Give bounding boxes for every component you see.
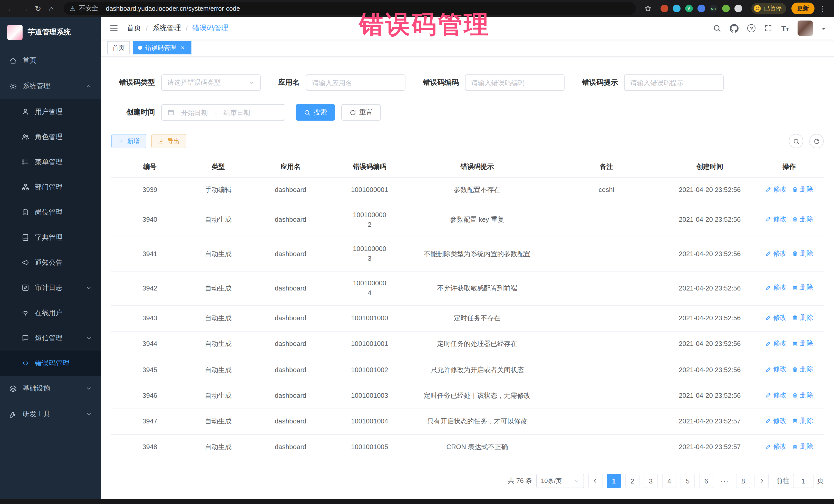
ext-green-leaf-icon[interactable] xyxy=(722,5,729,12)
edit-row-button[interactable]: 修改 xyxy=(765,442,787,452)
reload-icon[interactable]: ↻ xyxy=(32,2,44,15)
export-button[interactable]: 导出 xyxy=(151,134,186,148)
sidebar-item-user[interactable]: 用户管理 xyxy=(0,99,101,124)
breadcrumb-item-2[interactable]: 错误码管理 xyxy=(193,24,228,33)
col-msg: 不允许获取敏感配置到前端 xyxy=(406,271,548,305)
col-remark xyxy=(548,203,665,237)
ext-red-circle-icon[interactable] xyxy=(660,5,668,12)
date-range-picker[interactable]: - xyxy=(161,104,285,120)
add-button[interactable]: 新增 xyxy=(111,134,146,148)
error-code-input[interactable] xyxy=(471,79,558,86)
view-tab-0[interactable]: 首页 xyxy=(107,41,130,54)
toggle-search-button[interactable] xyxy=(789,134,803,148)
refresh-table-button[interactable] xyxy=(809,134,824,148)
bookmark-star-icon[interactable] xyxy=(642,2,654,15)
table-row: 3943自动生成dashboard1001001000定时任务不存在2021-0… xyxy=(111,306,824,332)
forward-icon[interactable]: → xyxy=(19,2,31,15)
breadcrumb-item-1[interactable]: 系统管理 xyxy=(152,24,181,33)
font-size-icon[interactable]: TT xyxy=(782,24,789,32)
more-pages-icon[interactable]: ··· xyxy=(718,474,732,488)
page-button-3[interactable]: 3 xyxy=(643,474,658,488)
search-icon[interactable] xyxy=(713,24,721,32)
sidebar-item-error-code[interactable]: 错误码管理 xyxy=(0,351,101,376)
edit-row-button[interactable]: 修改 xyxy=(765,339,787,349)
browser-menu-icon[interactable]: ⋮ xyxy=(816,2,829,15)
start-date-input[interactable] xyxy=(178,109,212,116)
fullscreen-icon xyxy=(765,24,773,32)
edit-row-button[interactable]: 修改 xyxy=(765,313,787,323)
delete-row-button[interactable]: 删除 xyxy=(792,390,813,400)
edit-row-button[interactable]: 修改 xyxy=(765,416,787,426)
app-logo[interactable]: 芋道管理系统 xyxy=(0,17,101,48)
back-icon[interactable]: ← xyxy=(5,2,18,15)
error-msg-input[interactable] xyxy=(630,79,718,86)
delete-row-button[interactable]: 删除 xyxy=(792,313,813,323)
page-button-6[interactable]: 6 xyxy=(699,474,714,488)
address-bar[interactable]: ⚠ 不安全 dashboard.yudao.iocoder.cn/system/… xyxy=(64,2,636,15)
caret-down-icon[interactable] xyxy=(822,27,826,31)
megaphone-icon xyxy=(22,259,29,266)
sidebar-item-system[interactable]: 系统管理 xyxy=(0,73,101,99)
sidebar-item-notice[interactable]: 通知公告 xyxy=(0,250,101,275)
next-page-button[interactable] xyxy=(754,474,769,488)
browser-update-button[interactable]: 更新 xyxy=(791,3,814,14)
delete-row-button[interactable]: 删除 xyxy=(792,339,813,349)
sidebar-item-post[interactable]: 岗位管理 xyxy=(0,200,101,225)
sidebar-item-dev-tool[interactable]: 研发工具 xyxy=(0,401,101,427)
delete-row-button[interactable]: 删除 xyxy=(792,283,813,293)
sidebar-item-home[interactable]: 首页 xyxy=(0,48,101,73)
sidebar-item-dept[interactable]: 部门管理 xyxy=(0,175,101,200)
page-button-5[interactable]: 5 xyxy=(681,474,695,488)
edit-row-button[interactable]: 修改 xyxy=(765,249,787,258)
profile-paused-badge[interactable]: 已暂停 xyxy=(751,3,786,14)
edit-row-button[interactable]: 修改 xyxy=(765,365,787,374)
edit-row-button[interactable]: 修改 xyxy=(765,283,787,293)
delete-row-button[interactable]: 删除 xyxy=(792,249,813,258)
ext-pin-icon[interactable] xyxy=(734,5,742,12)
prev-page-button[interactable] xyxy=(588,474,602,488)
help-icon[interactable]: ? xyxy=(748,24,756,32)
ext-dark-on-icon[interactable]: on xyxy=(709,5,717,12)
col-actions: 修改删除 xyxy=(755,237,824,271)
breadcrumb-item-0[interactable]: 首页 xyxy=(127,24,141,33)
sidebar-item-menu[interactable]: 菜单管理 xyxy=(0,149,101,175)
sidebar-item-sms[interactable]: 短信管理 xyxy=(0,325,101,351)
sidebar-item-online-user[interactable]: 在线用户 xyxy=(0,300,101,325)
goto-page-input[interactable] xyxy=(793,474,813,488)
view-tab-1[interactable]: 错误码管理× xyxy=(133,41,192,54)
edit-row-button[interactable]: 修改 xyxy=(765,184,787,194)
delete-row-button[interactable]: 删除 xyxy=(792,215,813,224)
ext-blue-drop-icon[interactable] xyxy=(673,5,680,12)
github-icon[interactable] xyxy=(730,24,739,32)
delete-row-button[interactable]: 删除 xyxy=(792,416,813,426)
page-button-1[interactable]: 1 xyxy=(607,474,621,488)
page-size-select[interactable]: 10条/页 xyxy=(536,474,584,488)
sidebar-item-role[interactable]: 角色管理 xyxy=(0,124,101,149)
hamburger-icon[interactable] xyxy=(109,24,118,33)
col-code: 1001000002 xyxy=(333,203,406,237)
app-name-input[interactable] xyxy=(312,79,399,86)
ext-green-check-icon[interactable]: V xyxy=(685,5,693,12)
search-button[interactable]: 搜索 xyxy=(295,104,335,120)
fullscreen-icon[interactable] xyxy=(765,24,773,32)
table-row: 3941自动生成dashboard1001000003不能删除类型为系统内置的参… xyxy=(111,237,824,271)
delete-row-button[interactable]: 删除 xyxy=(792,365,813,374)
sidebar-item-audit-log[interactable]: 审计日志 xyxy=(0,275,101,300)
sidebar-item-dict[interactable]: 字典管理 xyxy=(0,225,101,250)
delete-row-button[interactable]: 删除 xyxy=(792,184,813,194)
delete-row-button[interactable]: 删除 xyxy=(792,442,813,452)
end-date-input[interactable] xyxy=(220,109,254,116)
reset-button[interactable]: 重置 xyxy=(341,104,381,120)
edit-row-button[interactable]: 修改 xyxy=(765,390,787,400)
ext-blue-grid-icon[interactable] xyxy=(697,5,705,12)
page-button-2[interactable]: 2 xyxy=(625,474,639,488)
close-icon[interactable]: × xyxy=(179,44,186,51)
sidebar-item-infra[interactable]: 基础设施 xyxy=(0,376,101,401)
home-icon[interactable]: ⌂ xyxy=(45,2,58,15)
page-button-4[interactable]: 4 xyxy=(662,474,676,488)
user-avatar[interactable] xyxy=(797,21,813,36)
column-header-6: 创建时间 xyxy=(665,156,755,177)
page-button-8[interactable]: 8 xyxy=(736,474,750,488)
edit-row-button[interactable]: 修改 xyxy=(765,215,787,224)
error-type-select[interactable]: 请选择错误码类型 xyxy=(161,74,261,91)
